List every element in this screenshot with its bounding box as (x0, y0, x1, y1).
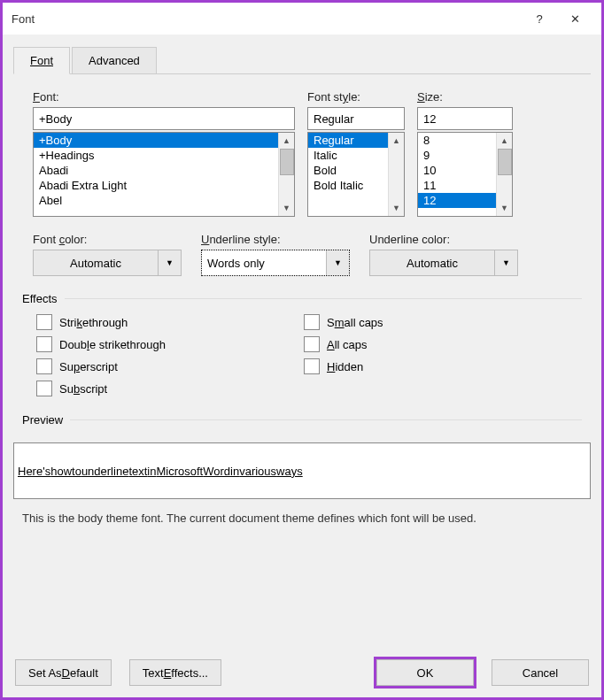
font-input[interactable] (33, 107, 295, 130)
scroll-up-icon[interactable]: ▲ (497, 133, 512, 149)
list-item[interactable]: +Body (34, 133, 294, 148)
underlinestyle-combo[interactable]: Words only ▼ (201, 250, 350, 276)
list-item[interactable]: Abadi (34, 163, 294, 178)
chevron-down-icon: ▼ (158, 250, 181, 275)
dialog-body: Font Advanced Font: +Body+HeadingsAbadiA… (3, 35, 601, 535)
chevron-down-icon: ▼ (494, 250, 517, 275)
font-listbox[interactable]: +Body+HeadingsAbadiAbadi Extra LightAbel… (33, 132, 295, 217)
fontstyle-input[interactable] (307, 107, 405, 130)
list-item[interactable]: Abel (34, 193, 294, 208)
size-label: Size: (417, 90, 513, 104)
titlebar: Font ? ✕ (3, 3, 601, 35)
fontcolor-combo[interactable]: Automatic ▼ (33, 250, 182, 276)
font-row: Font: +Body+HeadingsAbadiAbadi Extra Lig… (13, 90, 591, 217)
underlinestyle-label: Underline style: (201, 233, 350, 246)
font-scrollbar[interactable]: ▲ ▼ (278, 133, 294, 216)
tab-font[interactable]: Font (13, 47, 70, 74)
size-scrollbar[interactable]: ▲ ▼ (496, 133, 512, 216)
scroll-thumb[interactable] (280, 149, 294, 175)
size-listbox[interactable]: 89101112 ▲ ▼ (417, 132, 513, 217)
preview-box: Here's how to underline text in Microsof… (13, 442, 591, 499)
size-input[interactable] (417, 107, 513, 130)
checkbox-smallcaps[interactable]: Small caps (304, 314, 571, 330)
scroll-thumb[interactable] (498, 149, 512, 175)
color-row: Font color: Automatic ▼ Underline style:… (13, 233, 591, 276)
text-effects-button[interactable]: Text Effects... (129, 659, 221, 686)
dialog-title: Font (12, 12, 522, 26)
close-button[interactable]: ✕ (557, 3, 592, 35)
scroll-down-icon[interactable]: ▼ (389, 200, 404, 216)
underlinecolor-label: Underline color: (369, 233, 518, 246)
chevron-down-icon: ▼ (326, 250, 349, 275)
cancel-button[interactable]: Cancel (492, 659, 589, 686)
set-default-button[interactable]: Set As Default (15, 659, 112, 686)
font-dialog: Font ? ✕ Font Advanced Font: +Body+Headi… (0, 0, 604, 700)
effects-group: Strikethrough Double strikethrough Super… (13, 305, 591, 403)
preview-description: This is the body theme font. The current… (13, 512, 591, 525)
fontstyle-scrollbar[interactable]: ▲ ▼ (388, 133, 404, 216)
button-bar: Set As Default Text Effects... OK Cancel (3, 648, 601, 697)
tabstrip: Font Advanced (13, 47, 591, 74)
scroll-down-icon[interactable]: ▼ (279, 200, 294, 216)
scroll-up-icon[interactable]: ▲ (389, 133, 404, 149)
effects-label: Effects (22, 292, 65, 305)
tab-advanced[interactable]: Advanced (72, 47, 157, 73)
checkbox-hidden[interactable]: Hidden (304, 358, 571, 374)
underlinecolor-combo[interactable]: Automatic ▼ (369, 250, 518, 276)
scroll-up-icon[interactable]: ▲ (279, 133, 294, 149)
checkbox-allcaps[interactable]: All caps (304, 336, 571, 352)
checkbox-strikethrough[interactable]: Strikethrough (36, 314, 304, 330)
list-item[interactable]: Abadi Extra Light (34, 178, 294, 193)
scroll-down-icon[interactable]: ▼ (497, 200, 512, 216)
help-button[interactable]: ? (522, 3, 557, 35)
list-item[interactable]: +Headings (34, 148, 294, 163)
fontcolor-label: Font color: (33, 233, 182, 246)
fontstyle-listbox[interactable]: RegularItalicBoldBold Italic ▲ ▼ (307, 132, 405, 217)
ok-button[interactable]: OK (376, 659, 474, 686)
fontstyle-label: Font style: (307, 90, 405, 104)
checkbox-doublestrike[interactable]: Double strikethrough (36, 336, 304, 352)
preview-label: Preview (22, 413, 70, 427)
checkbox-subscript[interactable]: Subscript (36, 381, 304, 396)
checkbox-superscript[interactable]: Superscript (36, 358, 304, 374)
font-label: Font: (33, 90, 295, 104)
